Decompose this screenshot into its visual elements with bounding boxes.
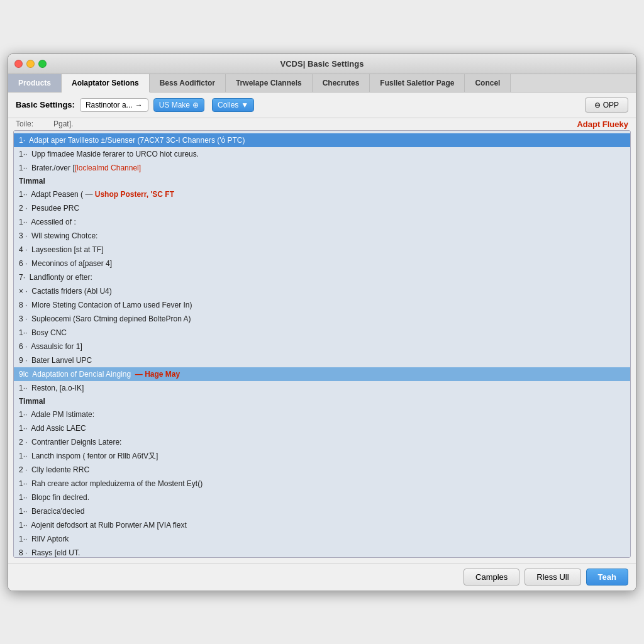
basic-settings-label: Basic Settings:: [16, 100, 75, 109]
list-item[interactable]: 7· Landfionty or efter:: [14, 270, 630, 284]
item-text: Landfionty or efter:: [30, 273, 92, 282]
tab-trwelape-channels[interactable]: Trwelape Clannels: [226, 74, 313, 92]
item-text: Bater Lanvel UPC: [31, 356, 92, 365]
item-text: RllV Aptork: [31, 535, 69, 543]
item-number: 1··: [19, 424, 27, 433]
list-item[interactable]: 8 · Mlore Steting Contacion of Lamo used…: [14, 298, 630, 312]
close-button[interactable]: [14, 60, 23, 68]
item-number: 1··: [19, 410, 27, 419]
list-item[interactable]: 1·· Adale PM Istimate:: [14, 408, 630, 421]
item-text: Wll stewing Chotce:: [31, 231, 97, 240]
item-circle: —: [85, 190, 92, 199]
subheader-col2: Pgat].: [53, 119, 577, 129]
list-item[interactable]: × · Cactatis friders (Abl U4): [14, 284, 630, 298]
item-number: 1··: [19, 150, 27, 158]
dropdown-us-make-value: US Make: [159, 101, 190, 109]
list-item[interactable]: 6 · Assaulsic for 1]: [14, 340, 630, 353]
list-item[interactable]: 1·· Reston, [a.o-IK]: [14, 381, 630, 395]
item-number: × ·: [19, 287, 28, 296]
tab-adaptor-settings[interactable]: Aolaptator Setions: [62, 74, 150, 92]
item-text: Adapt aper Tavillesto ±/Suenser (7ACX7 3…: [29, 136, 245, 145]
dropdown-arrow-icon: ▼: [241, 101, 248, 109]
item-number: 8 ·: [19, 301, 27, 309]
list-item[interactable]: 2 · Clly ledente RRC: [14, 463, 630, 477]
tab-fusllet-saletion-page[interactable]: Fusllet Saletior Page: [370, 74, 465, 92]
tab-products[interactable]: Products: [8, 74, 62, 92]
list-item[interactable]: 3 · Supleocemi (Saro Ctming depined Bolt…: [14, 312, 630, 326]
item-number: 1··: [19, 535, 27, 543]
item-number: 8 ·: [19, 548, 27, 557]
list-item[interactable]: 9lc Adaptation of Dencial Ainging — Hage…: [14, 367, 630, 381]
item-text: Bosy CNC: [31, 328, 67, 337]
item-number: 9lc: [19, 370, 28, 379]
title-bar: VCDS| Basic Settings: [8, 54, 636, 74]
list-item[interactable]: 1·· Add Assic LAEC: [14, 421, 630, 435]
rless-ull-button[interactable]: Rless Ull: [525, 569, 580, 586]
item-text: Add Assic LAEC: [31, 424, 86, 433]
item-number: 1·: [19, 136, 25, 145]
item-text: Assaulsic for 1]: [31, 342, 82, 351]
tab-bess-addifictor[interactable]: Bess Aodifictor: [150, 74, 226, 92]
minimize-button[interactable]: [26, 60, 35, 68]
list-item[interactable]: 6 · Meconinos of a[paser 4]: [14, 257, 630, 270]
item-number: 1··: [19, 190, 27, 199]
list-item[interactable]: 1· Adapt aper Tavillesto ±/Suenser (7ACX…: [14, 133, 630, 147]
item-number: 1··: [19, 507, 27, 516]
list-item[interactable]: 1·· Rah creare actor mpleduizema of the …: [14, 477, 630, 491]
list-item[interactable]: 1·· RllV Aptork: [14, 532, 630, 546]
section-header-timmal-1: Timmal: [14, 175, 630, 187]
item-text: Reston, [a.o-IK]: [31, 384, 84, 392]
tab-concel[interactable]: Concel: [465, 74, 511, 92]
hage-may-annotation: — Hage May: [135, 370, 180, 379]
item-number: 4 ·: [19, 245, 27, 254]
list-item[interactable]: 1·· Bosy CNC: [14, 326, 630, 340]
list-item[interactable]: 1·· Lancth inspom ( fentor or Rllb A6tV又…: [14, 449, 630, 463]
opp-button[interactable]: ⊖ OPP: [585, 97, 628, 113]
item-number: 1··: [19, 218, 27, 226]
list-item[interactable]: 1·· Blopc fin declred.: [14, 491, 630, 504]
item-text: Pesudee PRC: [31, 204, 79, 213]
list-item[interactable]: 9 · Bater Lanvel UPC: [14, 353, 630, 367]
adapt-flueky-annotation: Adapt Flueky: [577, 119, 628, 129]
list-item[interactable]: 1·· Aojenit defodsort at Rulb Porwter AM…: [14, 518, 630, 532]
button-colles[interactable]: Colles ▼: [212, 98, 254, 112]
maximize-button[interactable]: [38, 60, 47, 68]
arrow-icon: →: [135, 101, 143, 109]
list-item[interactable]: 3 · Wll stewing Chotce:: [14, 229, 630, 243]
item-text: Cactatis friders (Abl U4): [31, 287, 111, 296]
list-item[interactable]: 1·· Acessiled of :: [14, 215, 630, 229]
item-number: 2 ·: [19, 204, 27, 213]
item-number: 9 ·: [19, 356, 27, 365]
teah-button[interactable]: Teah: [586, 569, 628, 586]
list-item[interactable]: 1·· Beracica'decled: [14, 504, 630, 518]
list-item[interactable]: 4 · Layseestion [st at TF]: [14, 243, 630, 257]
item-text: Contrantier Deignls Latere:: [31, 438, 121, 447]
item-number: 6 ·: [19, 342, 27, 351]
list-item[interactable]: 1·· Upp fimadee Maside ferarer to URCO h…: [14, 147, 630, 161]
item-text: Beracica'decled: [31, 507, 84, 516]
item-text: Clly ledente RRC: [31, 465, 89, 474]
item-number: 2 ·: [19, 438, 27, 447]
item-text: Adaptation of Dencial Ainging: [32, 370, 131, 379]
subheader: Toile: Pgat]. Adapt Flueky: [8, 118, 636, 130]
item-number: 2 ·: [19, 465, 27, 474]
item-text: Adapt Peasen (: [31, 190, 83, 199]
list-item[interactable]: 2 · Pesudee PRC: [14, 201, 630, 215]
list-item[interactable]: 2 · Contrantier Deignls Latere:: [14, 435, 630, 449]
list-item[interactable]: 1·· Brater./over [[loclealmd Channel]: [14, 161, 630, 175]
item-number: 1··: [19, 479, 27, 488]
dropdown-rastinotor[interactable]: Rastinotor a... →: [80, 98, 148, 112]
section-header-timmal-2: Timmal: [14, 395, 630, 408]
item-text: Brater./over [: [31, 164, 75, 172]
item-text: Upp fimadee Maside ferarer to URCO hiot …: [31, 150, 199, 158]
item-number: 3 ·: [19, 314, 27, 323]
list-item[interactable]: 1·· Adapt Peasen ( — Ushop Posterr, 'SC …: [14, 187, 630, 201]
camples-button[interactable]: Camples: [464, 569, 519, 586]
item-number: 1··: [19, 164, 27, 172]
list-item[interactable]: 8 · Rasys [eld UT.: [14, 546, 630, 558]
item-number: 1··: [19, 452, 27, 460]
item-number: 1··: [19, 328, 27, 337]
tab-checrutes[interactable]: Checrutes: [313, 74, 370, 92]
item-text: Supleocemi (Saro Ctming depined BoltePro…: [31, 314, 191, 323]
dropdown-us-make[interactable]: US Make ⊕: [153, 98, 204, 112]
